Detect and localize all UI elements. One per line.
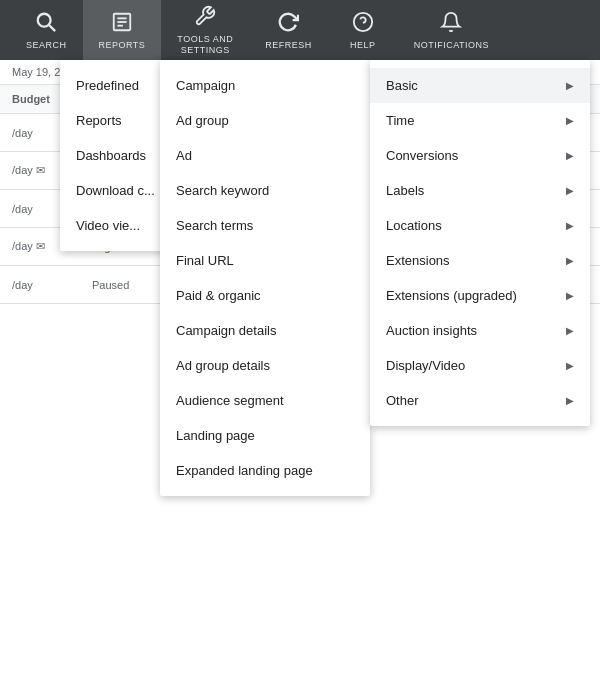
chevron-right-icon: ▶ (566, 220, 574, 231)
search-icon (35, 11, 57, 36)
menu-l3-extensions-upgraded[interactable]: Extensions (upgraded) ▶ (370, 278, 590, 313)
main-content: May 19, 2022 Budget Status /day Lim 0% /… (0, 60, 600, 698)
menu-l3-labels[interactable]: Labels ▶ (370, 173, 590, 208)
menu-l2-paid-organic[interactable]: Paid & organic (160, 278, 370, 313)
menu-level3: Basic ▶ Time ▶ Conversions ▶ Labels ▶ Lo… (370, 60, 590, 426)
menu-l2-ad[interactable]: Ad (160, 138, 370, 173)
menu-l2-final-url[interactable]: Final URL (160, 243, 370, 278)
menu-l3-time[interactable]: Time ▶ (370, 103, 590, 138)
help-label: HELP (350, 40, 376, 50)
refresh-icon (277, 11, 299, 36)
menu-l3-locations[interactable]: Locations ▶ (370, 208, 590, 243)
svg-line-1 (49, 25, 55, 31)
toolbar-reports[interactable]: REPORTS (83, 0, 162, 60)
chevron-right-icon: ▶ (566, 150, 574, 161)
menu-l2-audience-segment[interactable]: Audience segment (160, 383, 370, 418)
chevron-right-icon: ▶ (566, 255, 574, 266)
menu-l2-ad-group-details[interactable]: Ad group details (160, 348, 370, 383)
menu-l2-ad-group[interactable]: Ad group (160, 103, 370, 138)
menu-l2-search-terms[interactable]: Search terms (160, 208, 370, 243)
menu-l2-campaign-details[interactable]: Campaign details (160, 313, 370, 348)
chevron-right-icon: ▶ (566, 80, 574, 91)
help-icon (352, 11, 374, 36)
chevron-right-icon: ▶ (566, 325, 574, 336)
chevron-right-icon: ▶ (566, 115, 574, 126)
svg-point-0 (38, 13, 51, 26)
notifications-icon (440, 11, 462, 36)
chevron-right-icon: ▶ (566, 395, 574, 406)
search-label: SEARCH (26, 40, 67, 50)
menu-l3-auction-insights[interactable]: Auction insights ▶ (370, 313, 590, 348)
chevron-right-icon: ▶ (566, 185, 574, 196)
tools-icon (194, 5, 216, 30)
toolbar-tools[interactable]: TOOLS ANDSETTINGS (161, 0, 249, 60)
menu-l3-extensions[interactable]: Extensions ▶ (370, 243, 590, 278)
chevron-right-icon: ▶ (566, 290, 574, 301)
menu-l3-basic[interactable]: Basic ▶ (370, 68, 590, 103)
menu-l3-other[interactable]: Other ▶ (370, 383, 590, 418)
menu-l2-search-keyword[interactable]: Search keyword (160, 173, 370, 208)
refresh-label: REFRESH (265, 40, 312, 50)
reports-label: REPORTS (99, 40, 146, 50)
toolbar-help[interactable]: HELP (328, 0, 398, 60)
menu-level2: Campaign Ad group Ad Search keyword Sear… (160, 60, 370, 496)
menu-l2-expanded-landing[interactable]: Expanded landing page (160, 453, 370, 488)
tools-label: TOOLS ANDSETTINGS (177, 34, 233, 56)
toolbar-refresh[interactable]: REFRESH (249, 0, 328, 60)
reports-icon (111, 11, 133, 36)
toolbar: SEARCH REPORTS TOOLS ANDSETTINGS RE (0, 0, 600, 60)
toolbar-search[interactable]: SEARCH (10, 0, 83, 60)
menu-l3-conversions[interactable]: Conversions ▶ (370, 138, 590, 173)
menu-l2-landing-page[interactable]: Landing page (160, 418, 370, 453)
menu-l3-display-video[interactable]: Display/Video ▶ (370, 348, 590, 383)
notifications-label: NOTIFICATIONS (414, 40, 489, 50)
chevron-right-icon: ▶ (566, 360, 574, 371)
menu-l2-campaign[interactable]: Campaign (160, 68, 370, 103)
toolbar-notifications[interactable]: NOTIFICATIONS (398, 0, 505, 60)
dropdown-overlay: Predefined Reports Dashboards Download c… (0, 60, 600, 698)
